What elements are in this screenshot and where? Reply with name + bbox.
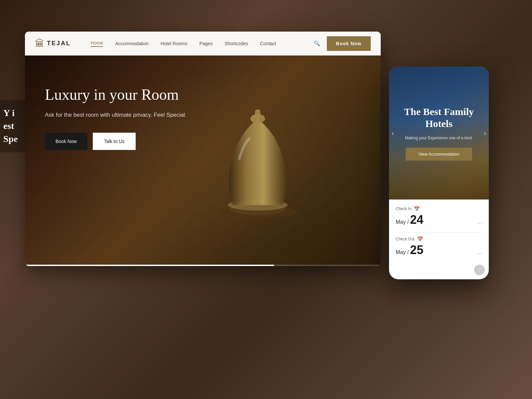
nav-pages[interactable]: Pages bbox=[200, 41, 213, 46]
bell-decoration bbox=[208, 72, 308, 238]
checkout-field: Check Out 📅 May / 25 ... bbox=[396, 236, 482, 257]
phone-hero-subtitle: Making your Experience one of a kind. bbox=[405, 135, 473, 141]
phone-hero-title: The Best Family Hotels bbox=[396, 106, 482, 130]
carousel-next-button[interactable]: › bbox=[484, 129, 486, 137]
progress-bar-container bbox=[25, 265, 381, 266]
phone-hero-section: ‹ › The Best Family Hotels Making your E… bbox=[389, 66, 489, 200]
phone-booking-section: Check In 📅 May / 24 ... Check Out 📅 May … bbox=[389, 200, 489, 269]
checkout-dots[interactable]: ... bbox=[477, 249, 482, 256]
checkin-field: Check In 📅 May / 24 ... bbox=[396, 206, 482, 227]
hero-section: Luxury in your Room Ask for the best roo… bbox=[25, 56, 381, 266]
phone-mockup: ‹ › The Best Family Hotels Making your E… bbox=[389, 66, 489, 279]
progress-bar bbox=[25, 265, 274, 266]
scroll-up-icon: ↑ bbox=[478, 267, 481, 273]
checkin-calendar-icon: 📅 bbox=[414, 206, 420, 211]
nav-links: Home Accommodation Hotel Rooms Pages Sho… bbox=[91, 40, 314, 47]
svg-point-4 bbox=[229, 202, 286, 215]
checkin-month: May / bbox=[396, 219, 409, 225]
checkin-day: 24 bbox=[410, 213, 423, 226]
checkout-calendar-icon: 📅 bbox=[417, 236, 423, 242]
nav-hotel-rooms[interactable]: Hotel Rooms bbox=[161, 41, 188, 46]
checkout-month: May / bbox=[396, 249, 409, 255]
hero-subtitle: Ask for the best room with ultimate priv… bbox=[45, 110, 198, 119]
checkout-label: Check Out 📅 bbox=[396, 236, 482, 242]
search-icon[interactable]: 🔍 bbox=[314, 40, 320, 47]
checkout-month-day: May / 25 bbox=[396, 243, 423, 257]
hero-buttons: Book Now Talk to Us bbox=[45, 133, 198, 150]
navbar: 🏛 TEJAL Home Accommodation Hotel Rooms P… bbox=[25, 32, 381, 56]
hero-content: Luxury in your Room Ask for the best roo… bbox=[25, 56, 218, 180]
nav-accommodation[interactable]: Accommodation bbox=[115, 41, 148, 46]
hero-book-now-button[interactable]: Book Now bbox=[45, 133, 87, 150]
browser-window: 🏛 TEJAL Home Accommodation Hotel Rooms P… bbox=[25, 32, 381, 266]
carousel-prev-button[interactable]: ‹ bbox=[392, 129, 394, 137]
logo-icon: 🏛 bbox=[35, 38, 44, 49]
nav-shortcodes[interactable]: Shortcodes bbox=[224, 41, 248, 46]
logo-text: TEJAL bbox=[47, 40, 71, 47]
checkout-date: May / 25 ... bbox=[396, 243, 482, 257]
booking-divider bbox=[396, 232, 482, 232]
phone-hero-background bbox=[389, 66, 489, 200]
checkin-dots[interactable]: ... bbox=[477, 218, 482, 225]
svg-rect-3 bbox=[255, 109, 260, 119]
left-edge-content: Y i est Spe bbox=[0, 100, 27, 152]
scroll-to-top-button[interactable]: ↑ bbox=[474, 265, 485, 275]
nav-book-now-button[interactable]: Book Now bbox=[327, 36, 371, 51]
nav-home[interactable]: Home bbox=[91, 40, 103, 47]
logo: 🏛 TEJAL bbox=[35, 38, 71, 49]
hero-talk-to-us-button[interactable]: Talk to Us bbox=[93, 133, 136, 150]
hero-title: Luxury in your Room bbox=[45, 85, 198, 104]
checkin-text: Check In bbox=[396, 206, 411, 211]
checkout-text: Check Out bbox=[396, 237, 415, 241]
checkin-label: Check In 📅 bbox=[396, 206, 482, 211]
nav-contact[interactable]: Contact bbox=[260, 41, 276, 46]
view-accommodation-button[interactable]: View Accommodation bbox=[406, 148, 472, 161]
checkin-date: May / 24 ... bbox=[396, 213, 482, 227]
checkout-day: 25 bbox=[410, 243, 423, 257]
checkin-month-day: May / 24 bbox=[396, 213, 423, 227]
